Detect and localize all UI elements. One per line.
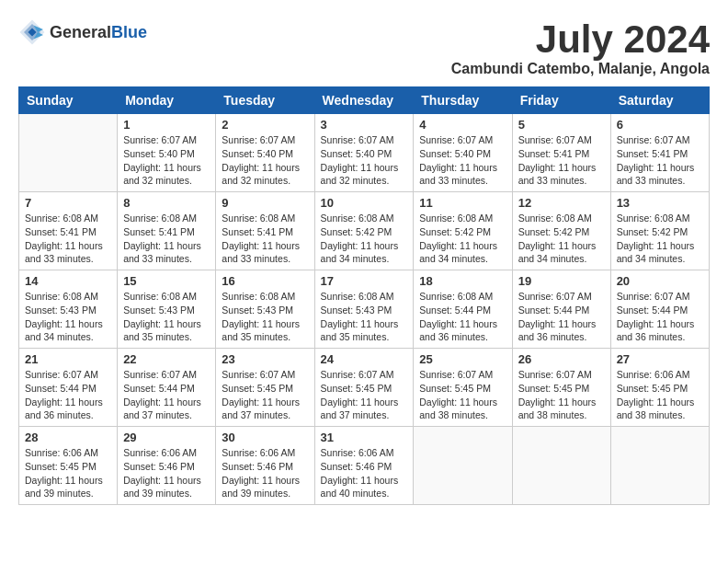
calendar-cell: 16Sunrise: 6:08 AMSunset: 5:43 PMDayligh… xyxy=(216,270,314,349)
calendar-cell: 18Sunrise: 6:08 AMSunset: 5:44 PMDayligh… xyxy=(414,270,512,349)
calendar-cell: 26Sunrise: 6:07 AMSunset: 5:45 PMDayligh… xyxy=(512,349,610,427)
day-info: Sunrise: 6:08 AMSunset: 5:43 PMDaylight:… xyxy=(123,290,210,344)
day-number: 2 xyxy=(222,118,308,132)
calendar-cell: 17Sunrise: 6:08 AMSunset: 5:43 PMDayligh… xyxy=(314,270,414,349)
day-number: 20 xyxy=(617,274,703,288)
logo-blue: Blue xyxy=(111,23,147,41)
day-info: Sunrise: 6:08 AMSunset: 5:44 PMDaylight:… xyxy=(419,290,506,344)
calendar-cell: 20Sunrise: 6:07 AMSunset: 5:44 PMDayligh… xyxy=(610,270,709,349)
calendar-cell: 19Sunrise: 6:07 AMSunset: 5:44 PMDayligh… xyxy=(512,270,610,349)
day-info: Sunrise: 6:08 AMSunset: 5:41 PMDaylight:… xyxy=(123,212,210,266)
week-row-2: 7Sunrise: 6:08 AMSunset: 5:41 PMDaylight… xyxy=(19,192,710,270)
logo-icon xyxy=(18,18,46,46)
day-number: 3 xyxy=(321,118,408,132)
calendar-cell: 29Sunrise: 6:06 AMSunset: 5:46 PMDayligh… xyxy=(118,427,216,505)
weekday-header-saturday: Saturday xyxy=(610,87,709,114)
day-info: Sunrise: 6:07 AMSunset: 5:45 PMDaylight:… xyxy=(321,368,408,422)
calendar-cell: 22Sunrise: 6:07 AMSunset: 5:44 PMDayligh… xyxy=(118,349,216,427)
day-info: Sunrise: 6:07 AMSunset: 5:44 PMDaylight:… xyxy=(25,368,111,422)
day-info: Sunrise: 6:08 AMSunset: 5:42 PMDaylight:… xyxy=(419,212,506,266)
day-number: 16 xyxy=(222,274,308,288)
weekday-header-friday: Friday xyxy=(512,87,610,114)
calendar-table: SundayMondayTuesdayWednesdayThursdayFrid… xyxy=(18,86,710,505)
month-year-title: July 2024 xyxy=(451,18,710,61)
calendar-cell xyxy=(414,427,512,505)
day-number: 26 xyxy=(518,352,605,366)
day-info: Sunrise: 6:07 AMSunset: 5:44 PMDaylight:… xyxy=(518,290,605,344)
calendar-cell: 31Sunrise: 6:06 AMSunset: 5:46 PMDayligh… xyxy=(314,427,414,505)
day-number: 31 xyxy=(321,431,408,444)
day-info: Sunrise: 6:07 AMSunset: 5:45 PMDaylight:… xyxy=(419,368,506,422)
week-row-1: 1Sunrise: 6:07 AMSunset: 5:40 PMDaylight… xyxy=(19,114,710,192)
calendar-cell: 15Sunrise: 6:08 AMSunset: 5:43 PMDayligh… xyxy=(118,270,216,349)
day-number: 24 xyxy=(321,352,408,366)
day-info: Sunrise: 6:06 AMSunset: 5:46 PMDaylight:… xyxy=(222,446,308,500)
calendar-cell: 11Sunrise: 6:08 AMSunset: 5:42 PMDayligh… xyxy=(414,192,512,270)
day-number: 9 xyxy=(222,196,308,210)
calendar-cell: 10Sunrise: 6:08 AMSunset: 5:42 PMDayligh… xyxy=(314,192,414,270)
calendar-cell: 5Sunrise: 6:07 AMSunset: 5:41 PMDaylight… xyxy=(512,114,610,192)
weekday-header-wednesday: Wednesday xyxy=(314,87,414,114)
weekday-header-row: SundayMondayTuesdayWednesdayThursdayFrid… xyxy=(19,87,710,114)
day-number: 10 xyxy=(321,196,408,210)
day-info: Sunrise: 6:08 AMSunset: 5:42 PMDaylight:… xyxy=(321,212,408,266)
day-info: Sunrise: 6:08 AMSunset: 5:43 PMDaylight:… xyxy=(222,290,308,344)
calendar-cell: 12Sunrise: 6:08 AMSunset: 5:42 PMDayligh… xyxy=(512,192,610,270)
calendar-cell: 13Sunrise: 6:08 AMSunset: 5:42 PMDayligh… xyxy=(610,192,709,270)
day-number: 25 xyxy=(419,352,506,366)
day-info: Sunrise: 6:08 AMSunset: 5:42 PMDaylight:… xyxy=(617,212,703,266)
day-info: Sunrise: 6:08 AMSunset: 5:41 PMDaylight:… xyxy=(222,212,308,266)
day-number: 13 xyxy=(617,196,703,210)
day-number: 28 xyxy=(25,431,111,444)
day-info: Sunrise: 6:07 AMSunset: 5:40 PMDaylight:… xyxy=(123,133,210,188)
calendar-cell: 24Sunrise: 6:07 AMSunset: 5:45 PMDayligh… xyxy=(314,349,414,427)
day-info: Sunrise: 6:08 AMSunset: 5:42 PMDaylight:… xyxy=(518,212,605,266)
day-info: Sunrise: 6:07 AMSunset: 5:45 PMDaylight:… xyxy=(222,368,308,422)
day-info: Sunrise: 6:06 AMSunset: 5:45 PMDaylight:… xyxy=(617,368,703,422)
day-info: Sunrise: 6:08 AMSunset: 5:41 PMDaylight:… xyxy=(25,212,111,266)
day-info: Sunrise: 6:07 AMSunset: 5:41 PMDaylight:… xyxy=(617,133,703,188)
week-row-3: 14Sunrise: 6:08 AMSunset: 5:43 PMDayligh… xyxy=(19,270,710,349)
day-number: 1 xyxy=(123,118,210,132)
calendar-cell: 2Sunrise: 6:07 AMSunset: 5:40 PMDaylight… xyxy=(216,114,314,192)
day-number: 11 xyxy=(419,196,506,210)
day-info: Sunrise: 6:07 AMSunset: 5:40 PMDaylight:… xyxy=(419,133,506,188)
day-info: Sunrise: 6:08 AMSunset: 5:43 PMDaylight:… xyxy=(25,290,111,344)
week-row-4: 21Sunrise: 6:07 AMSunset: 5:44 PMDayligh… xyxy=(19,349,710,427)
calendar-cell xyxy=(610,427,709,505)
calendar-cell: 28Sunrise: 6:06 AMSunset: 5:45 PMDayligh… xyxy=(19,427,118,505)
day-info: Sunrise: 6:07 AMSunset: 5:44 PMDaylight:… xyxy=(123,368,210,422)
day-number: 23 xyxy=(222,352,308,366)
day-info: Sunrise: 6:07 AMSunset: 5:40 PMDaylight:… xyxy=(321,133,408,188)
weekday-header-tuesday: Tuesday xyxy=(216,87,314,114)
day-number: 14 xyxy=(25,274,111,288)
weekday-header-thursday: Thursday xyxy=(414,87,512,114)
page-header: GeneralBlue July 2024 Cambundi Catembo, … xyxy=(18,18,710,77)
day-number: 30 xyxy=(222,431,308,444)
calendar-cell: 27Sunrise: 6:06 AMSunset: 5:45 PMDayligh… xyxy=(610,349,709,427)
calendar-cell xyxy=(19,114,118,192)
calendar-cell: 23Sunrise: 6:07 AMSunset: 5:45 PMDayligh… xyxy=(216,349,314,427)
day-number: 29 xyxy=(123,431,210,444)
calendar-cell: 6Sunrise: 6:07 AMSunset: 5:41 PMDaylight… xyxy=(610,114,709,192)
day-number: 15 xyxy=(123,274,210,288)
calendar-cell: 9Sunrise: 6:08 AMSunset: 5:41 PMDaylight… xyxy=(216,192,314,270)
day-info: Sunrise: 6:07 AMSunset: 5:41 PMDaylight:… xyxy=(518,133,605,188)
week-row-5: 28Sunrise: 6:06 AMSunset: 5:45 PMDayligh… xyxy=(19,427,710,505)
calendar-cell: 30Sunrise: 6:06 AMSunset: 5:46 PMDayligh… xyxy=(216,427,314,505)
day-number: 18 xyxy=(419,274,506,288)
day-number: 27 xyxy=(617,352,703,366)
day-number: 17 xyxy=(321,274,408,288)
day-info: Sunrise: 6:07 AMSunset: 5:40 PMDaylight:… xyxy=(222,133,308,188)
day-info: Sunrise: 6:07 AMSunset: 5:44 PMDaylight:… xyxy=(617,290,703,344)
day-info: Sunrise: 6:06 AMSunset: 5:45 PMDaylight:… xyxy=(25,446,111,500)
day-number: 12 xyxy=(518,196,605,210)
day-number: 7 xyxy=(25,196,111,210)
calendar-cell: 7Sunrise: 6:08 AMSunset: 5:41 PMDaylight… xyxy=(19,192,118,270)
calendar-cell: 8Sunrise: 6:08 AMSunset: 5:41 PMDaylight… xyxy=(118,192,216,270)
calendar-cell: 21Sunrise: 6:07 AMSunset: 5:44 PMDayligh… xyxy=(19,349,118,427)
calendar-cell: 25Sunrise: 6:07 AMSunset: 5:45 PMDayligh… xyxy=(414,349,512,427)
calendar-cell xyxy=(512,427,610,505)
logo: GeneralBlue xyxy=(18,18,147,46)
calendar-cell: 4Sunrise: 6:07 AMSunset: 5:40 PMDaylight… xyxy=(414,114,512,192)
